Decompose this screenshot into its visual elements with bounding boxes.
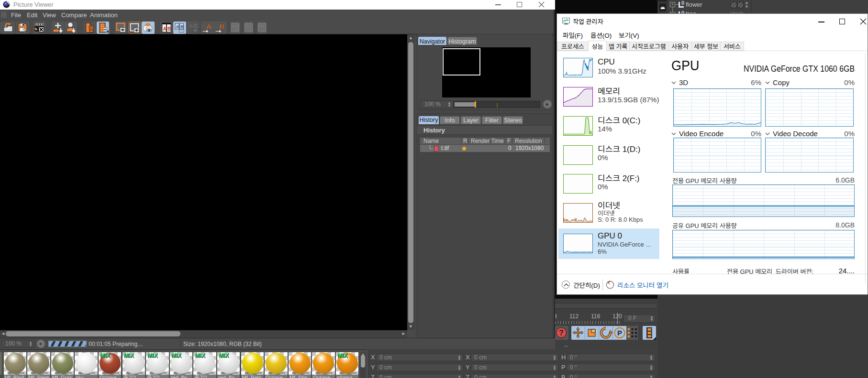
svg-text:P: P (617, 329, 622, 337)
svg-text:?: ? (22, 27, 26, 34)
svg-text:A: A (176, 24, 179, 29)
svg-text:B: B (167, 26, 171, 32)
svg-text:B: B (219, 22, 224, 31)
svg-text:12: 12 (259, 28, 263, 32)
svg-text:12: 12 (232, 28, 236, 32)
svg-text:B: B (180, 24, 184, 29)
svg-text:12: 12 (245, 28, 249, 32)
svg-text:A: A (163, 26, 167, 32)
svg-text:A: A (206, 22, 211, 31)
